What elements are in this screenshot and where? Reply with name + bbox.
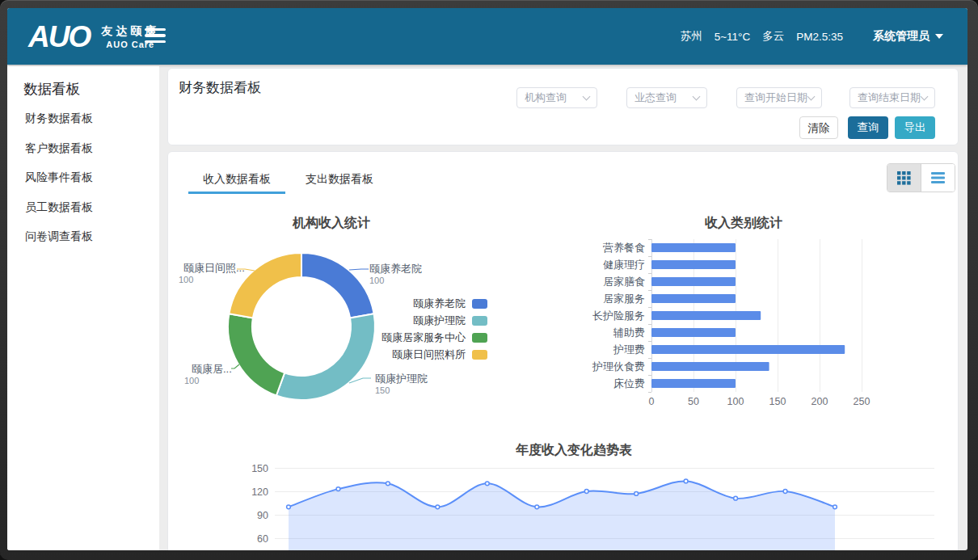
svg-text:60: 60: [257, 533, 268, 545]
donut-legend: 颐康养老院 颐康护理院 颐康居家服务中心 颐康日间照料所: [331, 295, 487, 363]
svg-text:200: 200: [811, 396, 828, 407]
end-date-placeholder: 查询结束日期: [858, 91, 921, 105]
caret-down-icon: [935, 34, 943, 39]
svg-text:50: 50: [688, 396, 699, 407]
sidebar-item-risk[interactable]: 风险事件看板: [7, 162, 159, 192]
legend-item-nursing-home[interactable]: 颐康养老院: [331, 295, 487, 312]
callout-value-nursing-home: 100: [369, 276, 384, 285]
business-filter-placeholder: 业态查询: [634, 91, 677, 105]
view-toggle-group: [887, 163, 955, 192]
svg-text:辅助费: 辅助费: [613, 326, 645, 339]
weather-temperature: 5~11°C: [715, 31, 751, 43]
chevron-down-icon: [921, 92, 929, 100]
sidebar-item-customer[interactable]: 客户数据看板: [7, 133, 159, 163]
callout-label-nursing-home: 颐康养老院: [369, 262, 422, 276]
svg-text:100: 100: [727, 396, 744, 407]
bar-chart-title: 收入类别统计: [663, 215, 824, 232]
chevron-down-icon: [807, 92, 816, 100]
list-view-button[interactable]: [921, 164, 955, 192]
weather-city: 苏州: [681, 29, 702, 44]
auo-logo: AUO: [28, 22, 90, 52]
user-menu[interactable]: 系统管理员: [873, 29, 943, 44]
grid-view-icon: [897, 171, 911, 185]
svg-text:居家服务: 居家服务: [603, 293, 645, 305]
sidebar-item-staff[interactable]: 员工数据看板: [7, 192, 159, 222]
weather-air-quality: PM2.5:35: [796, 31, 843, 43]
svg-text:长护险服务: 长护险服务: [592, 309, 645, 322]
brand-logo: AUO 友达颐康 AUO Care: [28, 8, 159, 65]
sidebar: 数据看板 财务数据看板 客户数据看板 风险事件看板 员工数据看板 问卷调查看板: [7, 66, 159, 550]
screen-bezel: AUO 友达颐康 AUO Care 苏州 5~11°C 多云 PM2.5:35 …: [0, 0, 978, 560]
legend-item-day-care[interactable]: 颐康日间照料所: [331, 346, 487, 363]
legend-swatch: [472, 350, 487, 360]
callout-label-day-care: 颐康日间照...: [183, 261, 245, 276]
user-role-label: 系统管理员: [873, 29, 930, 44]
svg-text:居家膳食: 居家膳食: [603, 276, 645, 288]
org-filter-placeholder: 机构查询: [525, 91, 567, 105]
tab-expense[interactable]: 支出数据看板: [295, 165, 384, 194]
org-filter-select[interactable]: 机构查询: [516, 87, 597, 108]
svg-text:营养餐食: 营养餐食: [603, 242, 645, 254]
legend-swatch: [472, 333, 487, 343]
legend-item-home-service[interactable]: 颐康居家服务中心: [331, 329, 487, 346]
app-window: AUO 友达颐康 AUO Care 苏州 5~11°C 多云 PM2.5:35 …: [7, 8, 967, 550]
list-view-icon: [931, 172, 945, 183]
sidebar-title: 数据看板: [7, 66, 159, 103]
svg-text:护理费: 护理费: [613, 343, 645, 356]
svg-text:150: 150: [769, 396, 786, 407]
svg-text:250: 250: [854, 396, 871, 407]
business-filter-select[interactable]: 业态查询: [626, 87, 707, 108]
svg-text:90: 90: [257, 510, 268, 521]
top-navbar: AUO 友达颐康 AUO Care 苏州 5~11°C 多云 PM2.5:35 …: [7, 8, 967, 65]
start-date-placeholder: 查询开始日期: [744, 91, 807, 105]
query-button[interactable]: 查询: [848, 116, 888, 139]
svg-text:0: 0: [649, 396, 655, 407]
income-category-bar-chart: 050100150200250营养餐食健康理疗居家膳食居家服务长护险服务辅助费护…: [557, 237, 904, 411]
callout-value-home-service: 100: [184, 376, 199, 385]
sidebar-item-survey[interactable]: 问卷调查看板: [7, 221, 159, 251]
clear-button[interactable]: 清除: [799, 116, 838, 139]
annual-income-trend-chart: 1501209060: [193, 457, 945, 550]
svg-text:150: 150: [251, 463, 268, 474]
tab-income[interactable]: 收入数据看板: [188, 165, 285, 194]
end-date-select[interactable]: 查询结束日期: [849, 87, 935, 108]
legend-swatch: [472, 299, 487, 309]
navbar-right: 苏州 5~11°C 多云 PM2.5:35 系统管理员: [681, 8, 943, 65]
svg-text:120: 120: [251, 486, 268, 498]
grid-view-button[interactable]: [887, 164, 921, 192]
export-button[interactable]: 导出: [895, 116, 935, 139]
page-title: 财务数据看板: [179, 78, 261, 97]
svg-text:健康理疗: 健康理疗: [603, 259, 645, 271]
donut-chart-title: 机构收入统计: [251, 215, 412, 232]
weather-condition: 多云: [762, 29, 784, 44]
start-date-select[interactable]: 查询开始日期: [736, 87, 822, 108]
legend-swatch: [472, 316, 487, 326]
callout-label-home-service: 颐康居...: [192, 362, 232, 377]
menu-toggle-icon[interactable]: [145, 28, 166, 44]
callout-value-care-hospital: 150: [375, 385, 390, 395]
callout-value-day-care: 100: [179, 275, 193, 284]
callout-label-care-hospital: 颐康护理院: [375, 372, 428, 386]
sidebar-item-finance[interactable]: 财务数据看板: [7, 103, 159, 133]
chevron-down-icon: [693, 92, 701, 100]
svg-text:床位费: 床位费: [613, 377, 645, 389]
chevron-down-icon: [583, 92, 591, 100]
svg-text:护理伙食费: 护理伙食费: [592, 360, 645, 373]
legend-item-care-hospital[interactable]: 颐康护理院: [331, 312, 487, 329]
